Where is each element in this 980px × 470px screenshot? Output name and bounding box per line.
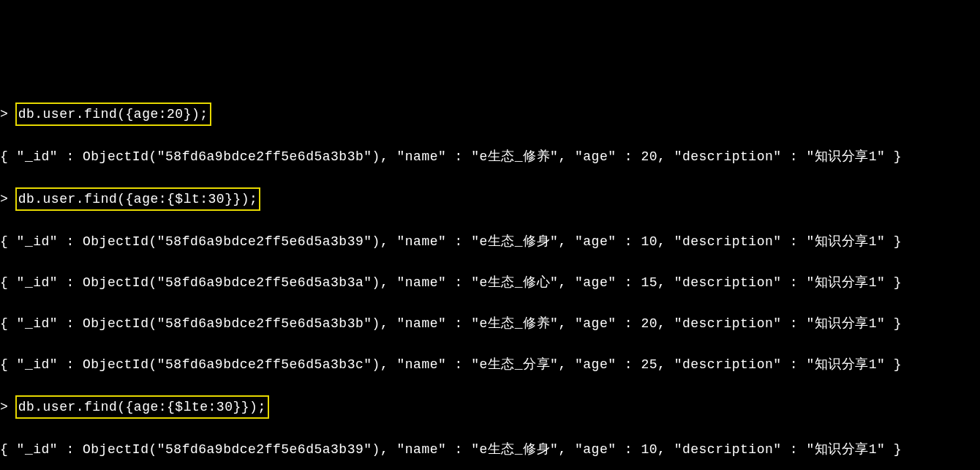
prompt-symbol: > <box>0 400 8 414</box>
result-line: { "_id" : ObjectId("58fd6a9bdce2ff5e6d5a… <box>0 272 980 293</box>
terminal-window[interactable]: > db.user.find({age:20}); { "_id" : Obje… <box>0 82 980 470</box>
result-line: { "_id" : ObjectId("58fd6a9bdce2ff5e6d5a… <box>0 231 980 252</box>
highlight-annotation-3: db.user.find({age:{$lte:30}}); <box>15 395 269 419</box>
highlight-annotation-1: db.user.find({age:20}); <box>15 102 211 126</box>
command-line-2[interactable]: > db.user.find({age:{$lt:30}}); <box>0 187 980 211</box>
prompt-symbol: > <box>0 192 8 206</box>
result-line: { "_id" : ObjectId("58fd6a9bdce2ff5e6d5a… <box>0 313 980 334</box>
highlight-annotation-2: db.user.find({age:{$lt:30}}); <box>15 187 261 211</box>
command-text-3: db.user.find({age:{$lte:30}}); <box>18 400 266 414</box>
result-line: { "_id" : ObjectId("58fd6a9bdce2ff5e6d5a… <box>0 439 980 460</box>
result-line: { "_id" : ObjectId("58fd6a9bdce2ff5e6d5a… <box>0 354 980 375</box>
prompt-symbol: > <box>0 107 8 122</box>
command-line-1[interactable]: > db.user.find({age:20}); <box>0 102 980 126</box>
result-line: { "_id" : ObjectId("58fd6a9bdce2ff5e6d5a… <box>0 146 980 167</box>
command-text-2: db.user.find({age:{$lt:30}}); <box>18 192 258 206</box>
command-line-3[interactable]: > db.user.find({age:{$lte:30}}); <box>0 395 980 419</box>
command-text-1: db.user.find({age:20}); <box>18 107 208 122</box>
